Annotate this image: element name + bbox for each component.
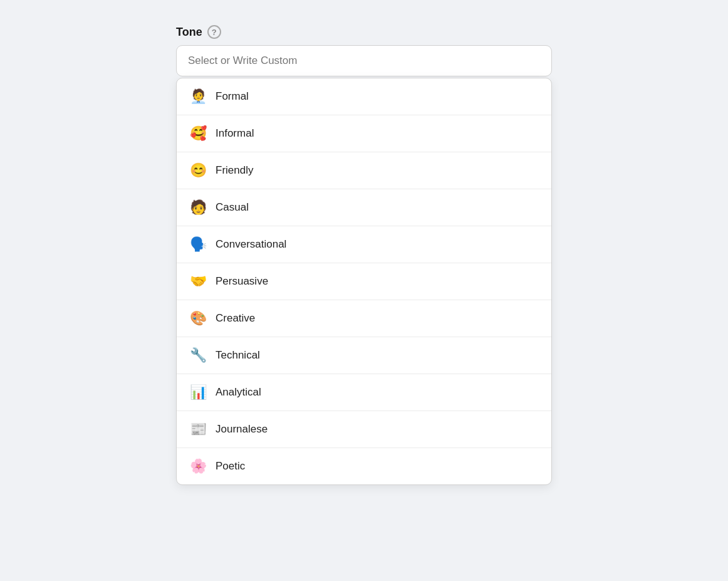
technical-label: Technical bbox=[216, 349, 260, 362]
conversational-emoji: 🗣️ bbox=[189, 236, 207, 253]
dropdown-item-journalese[interactable]: 📰Journalese bbox=[177, 411, 551, 448]
informal-label: Informal bbox=[216, 127, 254, 140]
analytical-label: Analytical bbox=[216, 386, 261, 399]
dropdown-item-formal[interactable]: 🧑‍💼Formal bbox=[177, 78, 551, 115]
formal-emoji: 🧑‍💼 bbox=[189, 88, 207, 105]
conversational-label: Conversational bbox=[216, 238, 286, 251]
tone-section: Tone ? 🧑‍💼Formal🥰Informal😊Friendly🧑Casua… bbox=[176, 25, 552, 76]
creative-emoji: 🎨 bbox=[189, 310, 207, 327]
dropdown-item-poetic[interactable]: 🌸Poetic bbox=[177, 448, 551, 484]
dropdown-item-friendly[interactable]: 😊Friendly bbox=[177, 152, 551, 189]
help-icon[interactable]: ? bbox=[207, 25, 221, 39]
journalese-label: Journalese bbox=[216, 423, 268, 436]
friendly-emoji: 😊 bbox=[189, 162, 207, 179]
poetic-emoji: 🌸 bbox=[189, 458, 207, 474]
help-icon-label: ? bbox=[212, 28, 217, 37]
casual-label: Casual bbox=[216, 201, 249, 214]
dropdown-item-creative[interactable]: 🎨Creative bbox=[177, 300, 551, 337]
dropdown-item-informal[interactable]: 🥰Informal bbox=[177, 115, 551, 152]
persuasive-emoji: 🤝 bbox=[189, 273, 207, 290]
tone-dropdown-scroll[interactable]: 🧑‍💼Formal🥰Informal😊Friendly🧑Casual🗣️Conv… bbox=[177, 78, 551, 484]
creative-label: Creative bbox=[216, 312, 255, 325]
tone-input[interactable] bbox=[176, 45, 552, 76]
page-container: Tone ? 🧑‍💼Formal🥰Informal😊Friendly🧑Casua… bbox=[0, 13, 728, 581]
dropdown-item-technical[interactable]: 🔧Technical bbox=[177, 337, 551, 374]
tone-dropdown-container: 🧑‍💼Formal🥰Informal😊Friendly🧑Casual🗣️Conv… bbox=[176, 45, 552, 76]
dropdown-item-analytical[interactable]: 📊Analytical bbox=[177, 374, 551, 411]
dropdown-item-conversational[interactable]: 🗣️Conversational bbox=[177, 226, 551, 263]
informal-emoji: 🥰 bbox=[189, 125, 207, 142]
dropdown-item-persuasive[interactable]: 🤝Persuasive bbox=[177, 263, 551, 300]
tone-label: Tone bbox=[176, 26, 202, 39]
dropdown-item-casual[interactable]: 🧑Casual bbox=[177, 189, 551, 226]
poetic-label: Poetic bbox=[216, 460, 245, 473]
tone-dropdown-list: 🧑‍💼Formal🥰Informal😊Friendly🧑Casual🗣️Conv… bbox=[176, 78, 552, 485]
formal-label: Formal bbox=[216, 90, 249, 103]
journalese-emoji: 📰 bbox=[189, 421, 207, 437]
analytical-emoji: 📊 bbox=[189, 384, 207, 400]
friendly-label: Friendly bbox=[216, 164, 253, 177]
persuasive-label: Persuasive bbox=[216, 275, 268, 288]
casual-emoji: 🧑 bbox=[189, 199, 207, 216]
tone-label-row: Tone ? bbox=[176, 25, 552, 39]
technical-emoji: 🔧 bbox=[189, 347, 207, 364]
